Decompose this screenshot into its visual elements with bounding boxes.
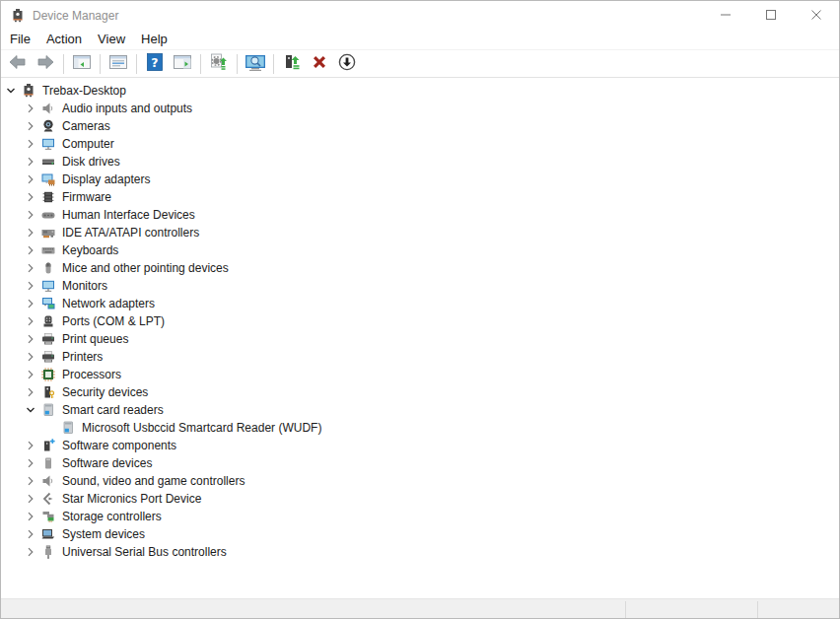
close-button[interactable]	[794, 1, 839, 30]
status-bar-separator	[757, 601, 758, 618]
smartcard-icon	[60, 420, 76, 436]
tree-item-cameras[interactable]: Cameras	[1, 117, 839, 135]
toolbar-back-button[interactable]	[5, 52, 31, 76]
chevron-right-icon[interactable]	[23, 278, 38, 294]
chevron-right-icon[interactable]	[23, 367, 38, 382]
tree-item-star-micronics-port-device[interactable]: Star Micronics Port Device	[1, 490, 839, 508]
tree-item-security-devices[interactable]: Security devices	[1, 383, 839, 401]
tree-item-software-devices[interactable]: Software devices	[1, 454, 839, 472]
tree-item-label: Display adapters	[62, 172, 150, 186]
tree-item-display-adapters[interactable]: Display adapters	[1, 171, 839, 188]
chevron-right-icon[interactable]	[23, 225, 38, 241]
tree-item-ports-com-lpt[interactable]: Ports (COM & LPT)	[1, 312, 839, 330]
chevron-right-icon[interactable]	[23, 455, 38, 471]
chevron-right-icon[interactable]	[23, 384, 38, 400]
toolbar-help-button[interactable]: ?	[142, 52, 168, 76]
chevron-right-icon[interactable]	[23, 260, 38, 276]
chevron-right-icon[interactable]	[23, 136, 38, 152]
chevron-right-icon[interactable]	[23, 242, 38, 258]
tree-item-storage-controllers[interactable]: Storage controllers	[1, 508, 839, 525]
tree-item-ide-ata-atapi-controllers[interactable]: IDE ATA/ATAPI controllers	[1, 224, 839, 241]
tree-item-keyboards[interactable]: Keyboards	[1, 241, 839, 259]
system-icon	[40, 526, 56, 542]
usb-icon	[40, 544, 56, 560]
tree-item-printers[interactable]: Printers	[1, 348, 839, 366]
chevron-right-icon[interactable]	[23, 526, 38, 542]
svg-text:?: ?	[151, 55, 158, 70]
tree-item-network-adapters[interactable]: Network adapters	[1, 295, 839, 312]
tree-item-mice-and-other-pointing-devices[interactable]: Mice and other pointing devices	[1, 259, 839, 277]
tree-item-label: Microsoft Usbccid Smartcard Reader (WUDF…	[82, 421, 321, 435]
chevron-right-icon[interactable]	[23, 544, 38, 560]
monitor-icon	[40, 136, 56, 152]
toolbar-show-console-tree-button[interactable]	[69, 52, 95, 76]
tree-item-microsoft-usbccid-smartcard-reader-wudf[interactable]: Microsoft Usbccid Smartcard Reader (WUDF…	[1, 419, 839, 437]
tree-item-smart-card-readers[interactable]: Smart card readers	[1, 401, 839, 419]
toolbar-show-action-pane-button[interactable]	[170, 52, 195, 76]
tree-item-label: Computer	[62, 137, 114, 151]
monitor-icon	[40, 278, 56, 294]
chevron-right-icon[interactable]	[23, 349, 38, 365]
chevron-right-icon[interactable]	[23, 296, 38, 311]
firmware-icon	[40, 189, 56, 205]
tree-item-system-devices[interactable]: System devices	[1, 525, 839, 543]
menu-item-file[interactable]: File	[1, 31, 38, 49]
tree-item-label: Universal Serial Bus controllers	[62, 545, 227, 559]
maximize-button[interactable]	[748, 1, 794, 30]
tree-item-sound-video-and-game-controllers[interactable]: Sound, video and game controllers	[1, 472, 839, 490]
chevron-down-icon[interactable]	[23, 402, 38, 418]
menu-item-view[interactable]: View	[90, 31, 133, 49]
tree-item-audio-inputs-and-outputs[interactable]: Audio inputs and outputs	[1, 100, 839, 117]
printer-icon	[40, 349, 56, 365]
tree-item-print-queues[interactable]: Print queues	[1, 330, 839, 348]
chevron-right-icon[interactable]	[23, 331, 38, 347]
tree-item-firmware[interactable]: Firmware	[1, 188, 839, 206]
tree-item-disk-drives[interactable]: Disk drives	[1, 153, 839, 171]
monitor-search-icon	[244, 52, 267, 75]
tree-item-human-interface-devices[interactable]: Human Interface Devices	[1, 206, 839, 224]
chevron-right-icon[interactable]	[23, 313, 38, 329]
chevron-right-icon[interactable]	[23, 491, 38, 507]
chevron-right-icon[interactable]	[23, 172, 38, 187]
forward-arrow-icon	[35, 52, 56, 75]
toolbar-scan-for-hardware-changes-button[interactable]	[206, 52, 232, 76]
chevron-right-icon[interactable]	[23, 207, 38, 223]
chevron-right-icon[interactable]	[23, 189, 38, 205]
maximize-icon	[766, 8, 776, 23]
chevron-right-icon[interactable]	[23, 154, 38, 170]
tree-item-universal-serial-bus-controllers[interactable]: Universal Serial Bus controllers	[1, 543, 839, 561]
toolbar-separator	[273, 54, 274, 74]
toolbar-search-button[interactable]	[243, 52, 268, 76]
toolbar-properties-button[interactable]	[105, 52, 131, 76]
update-driver-icon	[282, 52, 302, 75]
tree-item-software-components[interactable]: Software components	[1, 437, 839, 454]
minimize-button[interactable]	[703, 1, 748, 30]
menu-bar: FileActionViewHelp	[1, 30, 839, 50]
scan-hardware-icon	[209, 52, 229, 75]
menu-item-help[interactable]: Help	[133, 31, 175, 49]
tree-item-label: Print queues	[62, 332, 128, 346]
chevron-right-icon[interactable]	[23, 101, 38, 116]
toolbar-uninstall-device-button[interactable]	[307, 52, 332, 76]
tree-item-label: Sound, video and game controllers	[62, 474, 245, 488]
menu-item-action[interactable]: Action	[38, 31, 90, 49]
toolbar-update-driver-button[interactable]	[279, 52, 305, 76]
chevron-right-icon[interactable]	[23, 438, 38, 453]
tree-item-label: Cameras	[62, 119, 110, 133]
tree-item-label: Keyboards	[62, 243, 118, 257]
tree-item-processors[interactable]: Processors	[1, 366, 839, 383]
ports-icon	[40, 313, 56, 329]
mouse-icon	[40, 260, 56, 276]
tree-item-label: Mice and other pointing devices	[62, 261, 229, 275]
chevron-right-icon[interactable]	[23, 118, 38, 134]
disable-icon	[337, 52, 357, 75]
toolbar-forward-button[interactable]	[33, 52, 58, 76]
tree-item-label: Audio inputs and outputs	[62, 102, 192, 115]
chevron-right-icon[interactable]	[23, 473, 38, 489]
tree-item-computer[interactable]: Computer	[1, 135, 839, 153]
toolbar-disable-device-button[interactable]	[334, 52, 360, 76]
tree-item-trebax-desktop[interactable]: Trebax-Desktop	[1, 82, 839, 100]
tree-item-monitors[interactable]: Monitors	[1, 277, 839, 295]
chevron-right-icon[interactable]	[23, 509, 38, 524]
chevron-down-icon[interactable]	[3, 83, 19, 99]
